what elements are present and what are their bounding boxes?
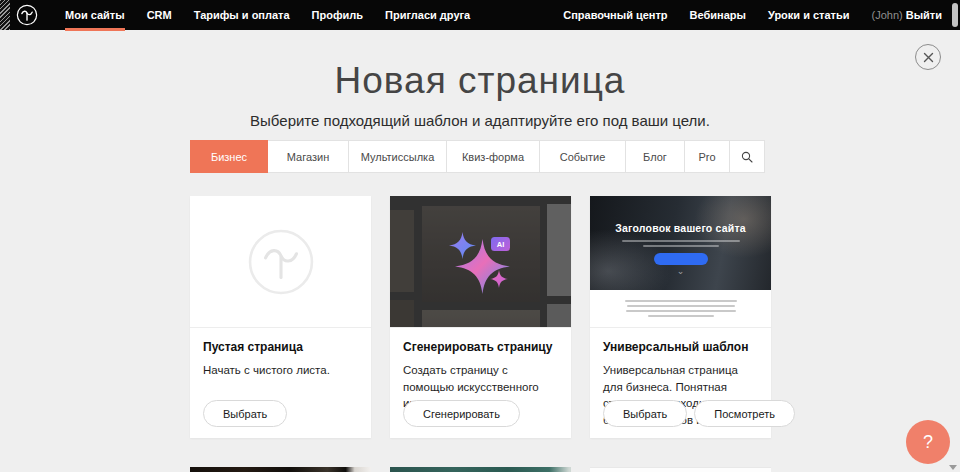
logout-link[interactable]: Выйти <box>906 9 942 21</box>
preview-universal-button[interactable]: Посмотреть <box>694 400 795 427</box>
card-body: Универсальный шаблон Универсальная стран… <box>590 328 771 437</box>
preview-hero: Заголовок вашего сайта ⌄ <box>590 196 771 290</box>
nav-item-webinars[interactable]: Вебинары <box>679 0 757 31</box>
tilda-logo-icon[interactable] <box>16 4 38 26</box>
template-card-blank-page: Пустая страница Начать с чистого листа. … <box>190 196 371 438</box>
chevron-down-icon: ⌄ <box>677 266 685 276</box>
card-title: Сгенерировать страницу <box>403 340 558 354</box>
nav-item-help-center[interactable]: Справочный центр <box>552 0 678 31</box>
scrollbar-thumb[interactable] <box>952 3 958 27</box>
blank-page-preview <box>190 196 371 328</box>
ai-preview: AI <box>390 196 571 328</box>
tab-pro[interactable]: Pro <box>684 140 730 173</box>
template-category-tabs: Бизнес Магазин Мультиссылка Квиз-форма С… <box>190 140 771 173</box>
tab-multilink[interactable]: Мультиссылка <box>348 140 447 173</box>
tab-shop[interactable]: Магазин <box>267 140 349 173</box>
nav-item-lessons[interactable]: Уроки и статьи <box>757 0 861 31</box>
nav-item-my-sites[interactable]: Мои сайты <box>54 0 136 31</box>
nav-menu-right: Справочный центр Вебинары Уроки и статьи… <box>552 0 960 31</box>
scrollbar-arrow-down-icon[interactable] <box>949 465 957 470</box>
help-button[interactable]: ? <box>906 420 950 464</box>
tab-search[interactable] <box>729 140 765 173</box>
choose-blank-button[interactable]: Выбрать <box>203 400 287 427</box>
user-name: (John) <box>872 9 903 21</box>
card-title: Пустая страница <box>203 340 358 354</box>
sparkle-tiny-icon <box>490 270 508 288</box>
template-card-ai-generate: AI Сгенерировать страницу Создать страни… <box>390 196 571 438</box>
ai-badge: AI <box>491 237 510 251</box>
nav-item-crm[interactable]: CRM <box>136 0 183 31</box>
universal-template-preview: Заголовок вашего сайта ⌄ <box>590 196 771 328</box>
preview-hero-subtitle-line <box>643 245 719 247</box>
generate-button[interactable]: Сгенерировать <box>403 400 520 427</box>
nav-item-invite-friend[interactable]: Пригласи друга <box>374 0 481 31</box>
card-body: Пустая страница Начать с чистого листа. … <box>190 328 371 437</box>
card-title: Универсальный шаблон <box>603 340 758 354</box>
template-card-partial-1[interactable] <box>190 467 371 472</box>
preview-text-section <box>590 290 771 328</box>
tab-quiz-form[interactable]: Квиз-форма <box>446 140 540 173</box>
tilda-logo-watermark-icon <box>248 229 314 295</box>
nav-item-tariffs[interactable]: Тарифы и оплата <box>183 0 301 31</box>
template-card-universal: Заголовок вашего сайта ⌄ Универсальный ш… <box>590 196 771 438</box>
preview-hero-button <box>654 253 708 265</box>
nav-menu-left: Мои сайты CRM Тарифы и оплата Профиль Пр… <box>54 0 481 31</box>
top-nav: Мои сайты CRM Тарифы и оплата Профиль Пр… <box>0 0 960 30</box>
page-subtitle: Выберите подходящий шаблон и адаптируйте… <box>0 112 960 129</box>
nav-item-profile[interactable]: Профиль <box>301 0 374 31</box>
template-card-partial-3[interactable] <box>590 467 771 472</box>
tab-event[interactable]: Событие <box>539 140 626 173</box>
nav-user-logout[interactable]: (John) Выйти <box>861 0 943 31</box>
search-icon <box>741 151 753 163</box>
choose-universal-button[interactable]: Выбрать <box>603 400 687 427</box>
preview-hero-subtitle-line <box>622 240 740 242</box>
card-description: Начать с чистого листа. <box>203 362 358 379</box>
template-card-partial-2[interactable] <box>390 467 571 472</box>
card-body: Сгенерировать страницу Создать страницу … <box>390 328 571 437</box>
tab-business[interactable]: Бизнес <box>190 140 268 173</box>
preview-hero-title: Заголовок вашего сайта <box>590 222 771 234</box>
tab-blog[interactable]: Блог <box>625 140 685 173</box>
edge-pattern <box>0 0 10 30</box>
page-title: Новая страница <box>0 60 960 102</box>
